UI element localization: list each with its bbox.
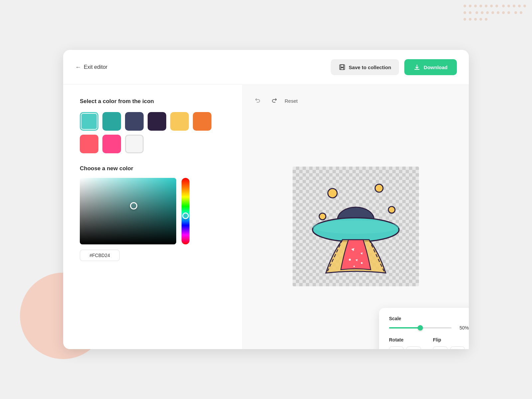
scale-slider-thumb[interactable]	[418, 325, 423, 331]
canvas-toolbar: Reset	[253, 95, 459, 107]
reset-button[interactable]: Reset	[285, 98, 298, 104]
color-picker-area	[80, 178, 226, 244]
scale-slider-fill	[389, 327, 420, 329]
save-collection-label: Save to collection	[349, 65, 391, 70]
swatch-yellow[interactable]	[170, 112, 189, 131]
save-collection-button[interactable]: Save to collection	[331, 59, 399, 75]
svg-point-2	[328, 189, 337, 198]
scale-row: 50%	[389, 325, 469, 331]
choose-color-title: Choose a new color	[80, 165, 226, 172]
ufo-illustration	[299, 173, 412, 280]
scale-label: Scale	[389, 316, 469, 321]
redo-icon	[271, 97, 277, 103]
exit-editor-button[interactable]: ← Exit editor	[75, 64, 107, 71]
hex-input-container	[80, 250, 226, 261]
rotate-label: Rotate	[389, 337, 425, 342]
save-icon	[339, 64, 345, 70]
hex-input[interactable]	[80, 250, 120, 261]
color-section-title: Select a color from the icon	[80, 98, 226, 105]
svg-point-5	[388, 206, 395, 213]
download-icon	[414, 64, 420, 70]
hue-thumb[interactable]	[182, 212, 189, 219]
swatch-white[interactable]	[125, 135, 144, 153]
right-panel: Reset	[243, 85, 469, 349]
svg-point-13	[353, 266, 355, 267]
flip-label: Flip	[433, 337, 469, 342]
rotate-flip-row: Rotate	[389, 337, 469, 349]
flip-group: Flip	[433, 337, 469, 349]
arrow-left-icon: ←	[75, 64, 81, 71]
swatch-teal[interactable]	[102, 112, 121, 131]
redo-button[interactable]	[269, 95, 279, 107]
rotate-buttons	[389, 346, 425, 349]
svg-point-12	[361, 262, 363, 264]
rotate-cw-button[interactable]	[389, 346, 404, 349]
undo-icon	[255, 97, 261, 103]
undo-button[interactable]	[253, 95, 263, 107]
download-button[interactable]: Download	[404, 59, 457, 75]
editor-body: Select a color from the icon Choose a ne…	[63, 85, 469, 349]
swatch-teal-light[interactable]	[80, 112, 98, 131]
dots-decoration	[462, 3, 529, 57]
editor-header: ← Exit editor Save to collection Downloa…	[63, 50, 469, 85]
svg-point-11	[349, 259, 351, 261]
flip-vertical-button[interactable]	[450, 346, 465, 349]
svg-point-8	[313, 220, 399, 234]
swatch-orange[interactable]	[193, 112, 211, 131]
color-swatches	[80, 112, 226, 153]
left-panel: Select a color from the icon Choose a ne…	[63, 85, 243, 349]
rotate-ccw-button[interactable]	[406, 346, 421, 349]
transform-panel: Scale 50% Rotate	[379, 308, 469, 349]
flip-horizontal-button[interactable]	[433, 346, 448, 349]
swatch-dark-purple[interactable]	[148, 112, 166, 131]
exit-editor-label: Exit editor	[84, 64, 107, 70]
hue-slider[interactable]	[182, 178, 190, 244]
editor-panel: ← Exit editor Save to collection Downloa…	[63, 50, 469, 349]
svg-point-4	[319, 213, 326, 220]
rotate-group: Rotate	[389, 337, 425, 349]
gradient-thumb[interactable]	[130, 202, 137, 209]
scale-value: 50%	[456, 325, 469, 331]
svg-rect-1	[341, 65, 343, 67]
header-actions: Save to collection Download	[331, 59, 457, 75]
flip-buttons	[433, 346, 469, 349]
svg-point-3	[375, 184, 383, 192]
canvas-area	[253, 114, 459, 339]
download-label: Download	[424, 65, 448, 70]
swatch-red-light[interactable]	[80, 135, 98, 153]
swatch-pink[interactable]	[102, 135, 121, 153]
scale-slider-track[interactable]	[389, 327, 452, 329]
swatch-navy[interactable]	[125, 112, 144, 131]
color-gradient[interactable]	[80, 178, 176, 244]
canvas-frame	[293, 167, 419, 286]
gradient-picker-inner	[80, 178, 176, 244]
